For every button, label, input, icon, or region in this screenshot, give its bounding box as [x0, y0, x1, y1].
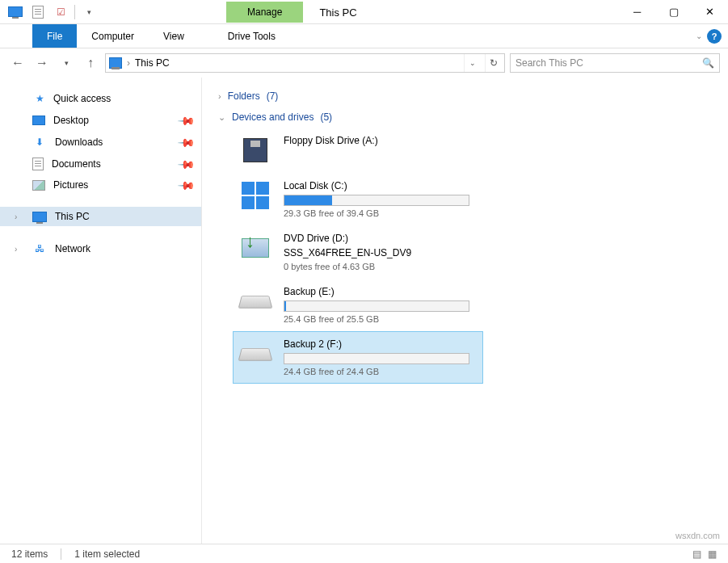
address-bar[interactable]: › This PC ⌄ ↻ — [105, 53, 505, 73]
drive-item[interactable]: Floppy Disk Drive (A:) — [233, 128, 483, 173]
breadcrumb[interactable]: This PC — [135, 57, 170, 69]
sidebar-quick-access[interactable]: ★ Quick access — [0, 87, 201, 110]
pc-icon — [6, 3, 24, 21]
pin-icon: 📌 — [177, 111, 196, 129]
view-details-icon[interactable]: ▤ — [692, 548, 701, 560]
drive-label: Backup (E:) — [284, 286, 478, 297]
drive-item[interactable]: Backup 2 (F:)24.4 GB free of 24.4 GB — [233, 331, 483, 384]
tab-view[interactable]: View — [149, 24, 199, 48]
recent-dropdown[interactable]: ▾ — [57, 53, 76, 73]
drive-free-text: 29.3 GB free of 39.4 GB — [284, 208, 478, 218]
sidebar-item-downloads[interactable]: ⬇ Downloads 📌 — [0, 131, 201, 153]
main-pane: › Folders (7) ⌄ Devices and drives (5) F… — [202, 78, 728, 544]
doc-icon[interactable] — [29, 3, 47, 21]
group-drives[interactable]: ⌄ Devices and drives (5) — [218, 107, 712, 128]
tab-file[interactable]: File — [32, 24, 77, 48]
sidebar-item-label: Pictures — [53, 179, 88, 191]
context-tab-manage[interactable]: Manage — [226, 2, 303, 23]
drive-item[interactable]: DVD Drive (D:)SSS_X64FREE_EN-US_DV90 byt… — [233, 225, 483, 279]
drives-list: Floppy Disk Drive (A:)Local Disk (C:)29.… — [233, 128, 712, 384]
qat-separator — [74, 5, 75, 19]
drive-label: Local Disk (C:) — [284, 180, 478, 191]
sidebar: ★ Quick access Desktop 📌 ⬇ Downloads 📌 D… — [0, 78, 202, 544]
sidebar-item-label: Desktop — [53, 115, 89, 126]
ribbon-tabs: File Computer View Drive Tools ⌄ ? — [0, 24, 728, 48]
sidebar-item-pictures[interactable]: Pictures 📌 — [0, 174, 201, 195]
tab-computer[interactable]: Computer — [77, 24, 149, 48]
back-button[interactable]: ← — [8, 53, 27, 73]
hdd-drive-icon — [238, 338, 272, 369]
check-icon[interactable]: ☑ — [52, 3, 69, 21]
search-placeholder: Search This PC — [515, 57, 583, 69]
drive-sublabel: SSS_X64FREE_EN-US_DV9 — [284, 247, 478, 258]
capacity-bar — [284, 300, 469, 312]
sidebar-item-this-pc[interactable]: › This PC — [0, 207, 201, 226]
close-button[interactable]: ✕ — [692, 0, 728, 24]
network-icon: 🖧 — [32, 242, 47, 256]
quick-access-toolbar: ☑ ▾ — [0, 3, 104, 21]
forward-button[interactable]: → — [32, 53, 52, 73]
group-folders[interactable]: › Folders (7) — [218, 86, 712, 107]
tab-drive-tools[interactable]: Drive Tools — [213, 24, 290, 48]
dvd-drive-icon — [238, 233, 272, 263]
content-area: ★ Quick access Desktop 📌 ⬇ Downloads 📌 D… — [0, 78, 728, 544]
address-dropdown-icon[interactable]: ⌄ — [464, 54, 480, 72]
chevron-down-icon: ⌄ — [218, 112, 225, 123]
sidebar-item-desktop[interactable]: Desktop 📌 — [0, 110, 201, 131]
chevron-right-icon: › — [15, 245, 17, 254]
pc-icon — [32, 212, 47, 222]
chevron-right-icon: › — [15, 212, 17, 221]
pictures-icon — [32, 180, 45, 191]
qat-dropdown-icon[interactable]: ▾ — [80, 3, 98, 21]
pin-icon: 📌 — [177, 132, 196, 151]
sidebar-item-label: Documents — [52, 158, 101, 170]
view-tiles-icon[interactable]: ▦ — [708, 548, 717, 560]
status-item-count: 12 items — [11, 548, 48, 560]
help-icon[interactable]: ? — [707, 29, 722, 44]
sidebar-item-label: Downloads — [55, 137, 103, 148]
refresh-button[interactable]: ↻ — [485, 54, 501, 72]
drive-free-text: 24.4 GB free of 24.4 GB — [284, 367, 478, 376]
search-icon: 🔍 — [702, 57, 714, 69]
maximize-button[interactable]: ▢ — [655, 0, 692, 24]
status-selected-count: 1 item selected — [74, 548, 140, 560]
watermark: wsxdn.com — [675, 531, 720, 540]
floppy-drive-icon — [238, 135, 272, 166]
minimize-button[interactable]: ─ — [619, 0, 655, 24]
downloads-icon: ⬇ — [32, 135, 47, 149]
star-icon: ★ — [32, 91, 47, 106]
documents-icon — [32, 158, 44, 170]
ribbon-expand-icon[interactable]: ⌄ — [696, 32, 702, 40]
pin-icon: 📌 — [177, 154, 196, 173]
hdd-drive-icon — [238, 286, 272, 317]
drive-label: Floppy Disk Drive (A:) — [284, 135, 478, 146]
status-separator — [61, 548, 61, 560]
sidebar-item-documents[interactable]: Documents 📌 — [0, 153, 201, 174]
pin-icon: 📌 — [177, 175, 196, 194]
pc-icon — [109, 57, 122, 69]
sidebar-item-label: Network — [55, 243, 90, 254]
chevron-right-icon: › — [218, 91, 221, 101]
capacity-bar — [284, 353, 469, 364]
up-button[interactable]: ↑ — [81, 53, 100, 73]
breadcrumb-sep-icon: › — [127, 57, 130, 69]
sidebar-item-label: This PC — [55, 211, 90, 222]
nav-row: ← → ▾ ↑ › This PC ⌄ ↻ Search This PC 🔍 — [0, 48, 728, 78]
drive-free-text: 25.4 GB free of 25.5 GB — [284, 314, 478, 324]
sidebar-item-network[interactable]: › 🖧 Network — [0, 237, 201, 260]
drive-label: DVD Drive (D:) — [284, 233, 478, 244]
desktop-icon — [32, 116, 45, 125]
status-bar: 12 items 1 item selected ▤ ▦ — [0, 544, 728, 563]
search-input[interactable]: Search This PC 🔍 — [510, 53, 720, 73]
drive-label: Backup 2 (F:) — [284, 338, 478, 350]
drive-item[interactable]: Backup (E:)25.4 GB free of 25.5 GB — [233, 279, 483, 331]
capacity-bar — [284, 195, 469, 206]
drive-item[interactable]: Local Disk (C:)29.3 GB free of 39.4 GB — [233, 173, 483, 225]
window-title: This PC — [303, 6, 372, 19]
drive-free-text: 0 bytes free of 4.63 GB — [284, 262, 478, 271]
window-controls: ─ ▢ ✕ — [619, 0, 728, 24]
win-drive-icon — [238, 180, 272, 211]
